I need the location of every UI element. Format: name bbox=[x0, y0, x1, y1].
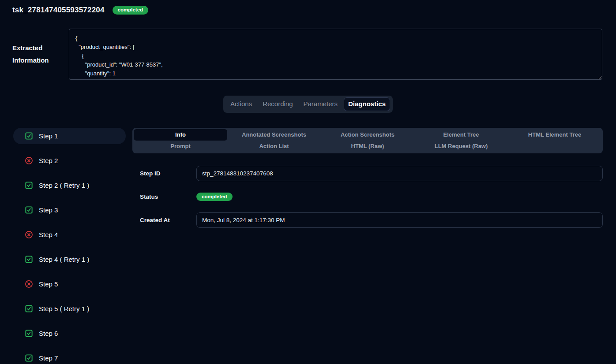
step-item-step-3[interactable]: Step 3 bbox=[13, 202, 126, 218]
subtab-annotated-screenshots[interactable]: Annotated Screenshots bbox=[227, 129, 321, 141]
step-label: Step 7 bbox=[39, 354, 58, 362]
step-status-badge: completed bbox=[196, 193, 233, 201]
diagnostics-content: Step 1Step 2Step 2 ( Retry 1 )Step 3Step… bbox=[0, 128, 616, 364]
check-square-icon bbox=[25, 181, 33, 189]
subtab-empty-cell bbox=[508, 141, 601, 152]
subtab-action-screenshots[interactable]: Action Screenshots bbox=[321, 129, 414, 141]
tab-recording[interactable]: Recording bbox=[259, 98, 297, 111]
field-label-created-at: Created At bbox=[140, 217, 196, 223]
step-item-step-2-retry-1[interactable]: Step 2 ( Retry 1 ) bbox=[13, 177, 126, 193]
subtab-element-tree[interactable]: Element Tree bbox=[414, 129, 508, 141]
step-detail-panel: InfoAnnotated ScreenshotsAction Screensh… bbox=[132, 128, 603, 236]
step-item-step-4[interactable]: Step 4 bbox=[13, 227, 126, 243]
header: tsk_278147405593572204 completed bbox=[0, 0, 616, 15]
field-badge-wrap: completed bbox=[196, 193, 603, 201]
subtab-action-list[interactable]: Action List bbox=[227, 141, 321, 152]
steps-sidebar: Step 1Step 2Step 2 ( Retry 1 )Step 3Step… bbox=[13, 128, 126, 364]
step-label: Step 5 bbox=[39, 280, 58, 288]
step-item-step-7[interactable]: Step 7 bbox=[13, 350, 126, 364]
field-input-created-at[interactable] bbox=[196, 212, 603, 228]
step-item-step-5-retry-1[interactable]: Step 5 ( Retry 1 ) bbox=[13, 301, 126, 317]
check-square-icon bbox=[25, 329, 33, 338]
field-row-step-id: Step ID bbox=[140, 166, 603, 181]
step-label: Step 4 ( Retry 1 ) bbox=[39, 256, 89, 263]
main-tabs: ActionsRecordingParametersDiagnostics bbox=[223, 96, 393, 113]
x-circle-icon bbox=[25, 230, 33, 239]
step-label: Step 5 ( Retry 1 ) bbox=[39, 305, 89, 312]
field-input-step-id[interactable] bbox=[196, 166, 603, 181]
tab-actions[interactable]: Actions bbox=[226, 98, 256, 111]
step-item-step-2[interactable]: Step 2 bbox=[13, 152, 126, 169]
extracted-information-label: Extracted Information bbox=[12, 42, 69, 67]
step-item-step-6[interactable]: Step 6 bbox=[13, 325, 126, 342]
x-circle-icon bbox=[25, 156, 33, 165]
check-square-icon bbox=[25, 305, 33, 313]
subtab-html-raw[interactable]: HTML (Raw) bbox=[321, 141, 414, 152]
step-label: Step 6 bbox=[39, 330, 58, 337]
subtab-prompt[interactable]: Prompt bbox=[134, 141, 227, 152]
step-item-step-5[interactable]: Step 5 bbox=[13, 276, 126, 292]
step-label: Step 3 bbox=[39, 206, 58, 214]
info-fields: Step IDStatuscompletedCreated At bbox=[132, 166, 603, 228]
step-item-step-1[interactable]: Step 1 bbox=[13, 128, 126, 144]
field-row-status: Statuscompleted bbox=[140, 189, 603, 204]
task-status-badge: completed bbox=[113, 6, 149, 15]
field-row-created-at: Created At bbox=[140, 212, 603, 228]
step-label: Step 2 bbox=[39, 157, 58, 164]
extracted-information-textarea[interactable]: { "product_quantities": [ { "product_id"… bbox=[69, 29, 602, 80]
x-circle-icon bbox=[25, 280, 33, 288]
step-label: Step 4 bbox=[39, 231, 58, 238]
subtab-llm-request-raw[interactable]: LLM Request (Raw) bbox=[414, 141, 508, 152]
tab-parameters[interactable]: Parameters bbox=[300, 98, 342, 111]
step-item-step-4-retry-1[interactable]: Step 4 ( Retry 1 ) bbox=[13, 251, 126, 267]
tab-diagnostics[interactable]: Diagnostics bbox=[344, 98, 390, 111]
check-square-icon bbox=[25, 206, 33, 214]
step-label: Step 1 bbox=[39, 132, 58, 140]
page-title: tsk_278147405593572204 bbox=[12, 6, 105, 15]
extracted-information-section: Extracted Information { "product_quantit… bbox=[0, 29, 616, 80]
field-label-status: Status bbox=[140, 193, 196, 200]
field-label-step-id: Step ID bbox=[140, 170, 196, 177]
check-square-icon bbox=[25, 354, 33, 362]
subtab-info[interactable]: Info bbox=[134, 129, 227, 141]
check-square-icon bbox=[25, 132, 33, 140]
check-square-icon bbox=[25, 255, 33, 264]
subtab-html-element-tree[interactable]: HTML Element Tree bbox=[508, 129, 601, 141]
step-label: Step 2 ( Retry 1 ) bbox=[39, 182, 89, 189]
step-subtabs: InfoAnnotated ScreenshotsAction Screensh… bbox=[132, 128, 603, 153]
